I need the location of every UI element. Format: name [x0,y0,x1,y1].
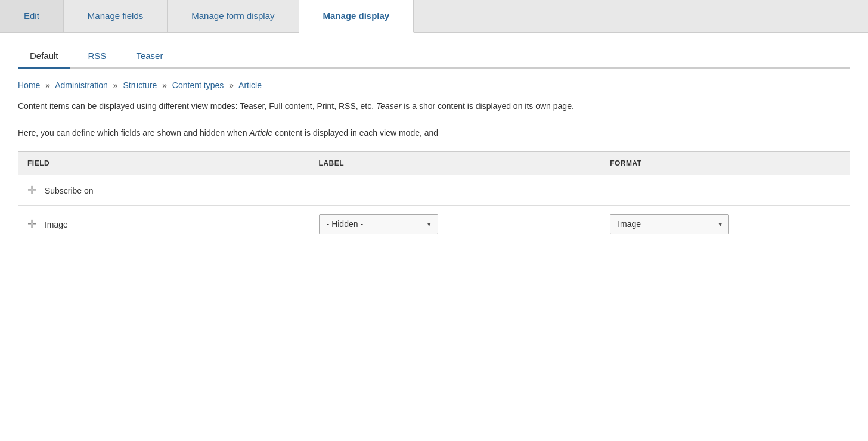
breadcrumb-home[interactable]: Home [18,80,40,90]
label-cell-subscribe [309,175,601,206]
fields-table: FIELD LABEL FORMAT ✛ Subscribe on ✛ Imag… [18,151,850,243]
desc-line3-italic: Article [249,128,272,138]
label-select-image[interactable]: - Hidden - Above Inline Visually Hidden [319,214,438,234]
field-cell-image: ✛ Image [18,206,309,243]
desc-line1-before: Content items can be displayed using dif… [18,101,376,111]
desc-line3-before: Here, you can define which fields are sh… [18,128,249,138]
breadcrumb-sep-4: » [229,80,234,90]
tab-manage-display[interactable]: Manage display [299,0,414,33]
field-name-image: Image [45,220,68,229]
drag-handle-image[interactable]: ✛ [27,218,36,231]
field-cell-subscribe: ✛ Subscribe on [18,175,309,206]
breadcrumb-content-types[interactable]: Content types [172,80,224,90]
format-select-image[interactable]: Image URL to image None [610,214,729,234]
table-row: ✛ Subscribe on [18,175,850,206]
subtab-rss[interactable]: RSS [76,45,119,67]
table-header-row: FIELD LABEL FORMAT [18,152,850,175]
col-header-label: LABEL [309,152,601,175]
description-block: Content items can be displayed using dif… [18,100,850,139]
main-content: Default RSS Teaser Home » Administration… [0,33,868,255]
breadcrumb-sep-1: » [45,80,50,90]
desc-line3-after: content is displayed in each view mode, … [272,128,438,138]
drag-handle-subscribe[interactable]: ✛ [27,184,36,197]
tab-manage-fields[interactable]: Manage fields [64,0,168,32]
col-header-field: FIELD [18,152,309,175]
table-row: ✛ Image - Hidden - Above Inline Visually… [18,206,850,243]
breadcrumb-structure[interactable]: Structure [123,80,157,90]
breadcrumb-sep-2: » [113,80,118,90]
format-cell-subscribe [600,175,850,206]
label-cell-image: - Hidden - Above Inline Visually Hidden [309,206,601,243]
format-select-wrapper: Image URL to image None [610,214,729,234]
format-cell-image: Image URL to image None [600,206,850,243]
desc-line1-after: is a shor [401,101,435,111]
subtab-teaser[interactable]: Teaser [124,45,175,67]
breadcrumb-sep-3: » [162,80,167,90]
breadcrumb: Home » Administration » Structure » Cont… [18,80,850,90]
desc-line2: content is displayed on its own page. [438,101,574,111]
top-tabs: Edit Manage fields Manage form display M… [0,0,868,33]
breadcrumb-administration[interactable]: Administration [55,80,108,90]
subtab-default[interactable]: Default [18,45,70,69]
breadcrumb-article[interactable]: Article [238,80,262,90]
label-select-wrapper: - Hidden - Above Inline Visually Hidden [319,214,438,234]
desc-line1-italic: Teaser [376,101,401,111]
col-header-format: FORMAT [600,152,850,175]
sub-tabs: Default RSS Teaser [18,45,850,69]
tab-edit[interactable]: Edit [0,0,64,32]
tab-manage-form-display[interactable]: Manage form display [168,0,299,32]
field-name-subscribe: Subscribe on [45,186,94,195]
